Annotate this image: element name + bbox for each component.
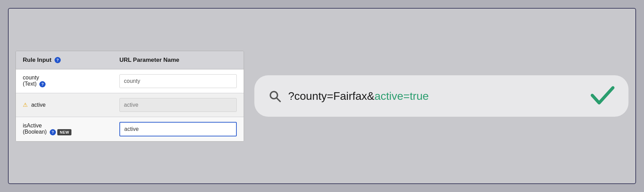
new-badge: NEW [57,129,71,135]
county-help-icon[interactable]: ? [39,81,46,87]
table-row: isActive(Boolean) ? NEW [16,117,244,141]
rule-input-cell-isactive: isActive(Boolean) ? NEW [16,117,113,141]
param-cell-active [113,93,244,117]
isactive-param-input[interactable] [119,122,237,136]
table-row: county(Text) ? [16,69,244,93]
rule-input-cell-active: ⚠ active [16,93,113,117]
main-container: Rule Input ? URL Parameter Name county(T… [8,8,636,184]
search-icon [268,89,281,103]
rule-input-cell-county: county(Text) ? [16,69,113,93]
header-help-icon[interactable]: ? [55,57,61,63]
header-url-param: URL Parameter Name [113,51,244,69]
url-preview-panel: ?county=Fairfax&active=true [254,75,628,117]
warning-icon: ⚠ [23,102,28,108]
checkmark-icon [591,85,615,107]
param-cell-isactive [113,117,244,141]
rule-table: Rule Input ? URL Parameter Name county(T… [16,51,244,141]
url-preview-text: ?county=Fairfax&active=true [288,90,429,103]
rule-table-wrapper: Rule Input ? URL Parameter Name county(T… [16,51,244,142]
svg-line-1 [277,98,280,102]
county-param-input[interactable] [119,74,237,88]
table-row: ⚠ active [16,93,244,117]
active-param-input [119,98,237,112]
isactive-help-icon[interactable]: ? [50,129,56,135]
header-rule-input: Rule Input ? [16,51,113,69]
param-cell-county [113,69,244,93]
